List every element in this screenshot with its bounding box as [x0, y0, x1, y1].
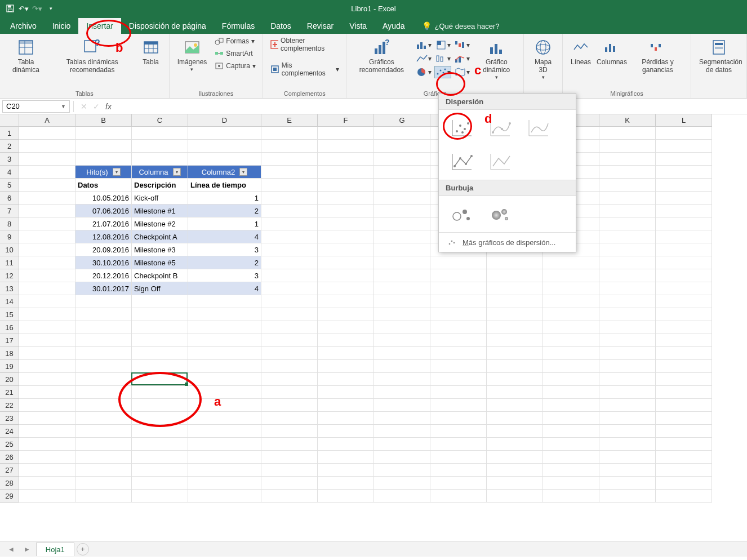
add-sheet-button[interactable]: +	[77, 543, 89, 555]
cell[interactable]	[656, 321, 712, 334]
cell[interactable]	[599, 412, 656, 425]
cell[interactable]	[318, 386, 374, 399]
capture-button[interactable]: Captura ▾	[214, 61, 257, 71]
cell[interactable]: 30.10.2016	[75, 256, 132, 269]
cell[interactable]	[19, 308, 75, 321]
cell[interactable]	[261, 269, 318, 282]
shapes-button[interactable]: Formas ▾	[214, 36, 256, 46]
cell[interactable]	[261, 192, 318, 205]
row-header[interactable]: 21	[0, 386, 19, 399]
tab-inicio[interactable]: Inicio	[45, 18, 79, 34]
cell[interactable]	[374, 295, 430, 308]
cell[interactable]	[599, 347, 656, 360]
cell[interactable]	[318, 412, 374, 425]
tab-revisar[interactable]: Revisar	[299, 18, 341, 34]
tab-archivo[interactable]: Archivo	[2, 18, 45, 34]
cell[interactable]	[543, 360, 599, 373]
cell[interactable]	[543, 347, 599, 360]
cell[interactable]	[318, 477, 374, 490]
cell[interactable]	[374, 179, 430, 192]
cell[interactable]	[261, 464, 318, 477]
cell[interactable]: 4	[188, 230, 261, 243]
cell[interactable]	[75, 295, 132, 308]
cell[interactable]	[261, 308, 318, 321]
cell[interactable]	[487, 360, 543, 373]
my-addins-button[interactable]: Mis complementos ▾	[269, 61, 340, 78]
cell[interactable]	[487, 295, 543, 308]
cell[interactable]	[318, 282, 374, 295]
cell[interactable]	[599, 438, 656, 451]
row-header[interactable]: 29	[0, 490, 19, 503]
cell[interactable]	[599, 360, 656, 373]
cell[interactable]: Milestone #2	[132, 217, 188, 230]
cell[interactable]	[318, 308, 374, 321]
tab-disposicion[interactable]: Disposición de página	[121, 18, 214, 34]
sparkline-line-button[interactable]: Líneas	[568, 36, 593, 75]
slicer-button[interactable]: Segmentación de datos	[697, 36, 741, 75]
cell[interactable]	[75, 334, 132, 347]
cell[interactable]: Datos	[75, 179, 132, 192]
cell[interactable]	[261, 438, 318, 451]
cell[interactable]	[430, 399, 487, 412]
cell[interactable]	[599, 451, 656, 464]
cell[interactable]	[19, 205, 75, 217]
cell[interactable]	[656, 230, 712, 243]
cell[interactable]	[19, 425, 75, 438]
cell[interactable]	[374, 321, 430, 334]
cell[interactable]	[188, 360, 261, 373]
cell[interactable]	[487, 256, 543, 269]
stat-chart-icon[interactable]: ▾	[434, 52, 451, 65]
cell[interactable]	[487, 334, 543, 347]
cell[interactable]	[19, 438, 75, 451]
cell[interactable]	[487, 347, 543, 360]
cell[interactable]	[318, 192, 374, 205]
cell[interactable]	[430, 425, 487, 438]
sheet-tab-hoja1[interactable]: Hoja1	[36, 543, 74, 556]
cell[interactable]	[599, 373, 656, 386]
column-header[interactable]: A	[19, 114, 75, 127]
cell[interactable]	[656, 438, 712, 451]
cell[interactable]	[487, 373, 543, 386]
cell[interactable]	[75, 360, 132, 373]
cell[interactable]: 1	[188, 217, 261, 230]
cell[interactable]	[132, 360, 188, 373]
row-header[interactable]: 1	[0, 127, 19, 140]
cell[interactable]	[543, 464, 599, 477]
cell[interactable]	[132, 127, 188, 140]
row-header[interactable]: 9	[0, 230, 19, 243]
cell[interactable]	[188, 295, 261, 308]
cell[interactable]	[261, 230, 318, 243]
row-header[interactable]: 16	[0, 321, 19, 334]
cell[interactable]	[656, 153, 712, 166]
select-all-corner[interactable]	[0, 114, 19, 127]
cell[interactable]	[599, 140, 656, 153]
cell[interactable]	[430, 438, 487, 451]
cell[interactable]: Kick-off	[132, 192, 188, 205]
scatter-lines-option[interactable]	[486, 150, 513, 173]
cell[interactable]	[318, 166, 374, 179]
cell[interactable]: Milestone #1	[132, 205, 188, 217]
cell[interactable]	[599, 256, 656, 269]
cell[interactable]	[261, 373, 318, 386]
cell[interactable]	[19, 269, 75, 282]
smartart-button[interactable]: SmartArt	[214, 48, 254, 59]
cell[interactable]	[261, 321, 318, 334]
cell[interactable]	[261, 490, 318, 503]
cell[interactable]	[318, 464, 374, 477]
row-header[interactable]: 25	[0, 438, 19, 451]
cell[interactable]	[374, 373, 430, 386]
cell[interactable]	[430, 360, 487, 373]
cell[interactable]	[487, 477, 543, 490]
cell[interactable]	[318, 399, 374, 412]
cell[interactable]	[261, 282, 318, 295]
cell[interactable]	[599, 386, 656, 399]
cell[interactable]	[599, 321, 656, 334]
cell[interactable]	[599, 425, 656, 438]
cell[interactable]: Columna2▾	[188, 166, 261, 179]
tab-ayuda[interactable]: Ayuda	[375, 18, 412, 34]
cell[interactable]	[318, 451, 374, 464]
more-scatter-charts[interactable]: Más gráficos de dispersión...	[439, 232, 576, 252]
cell[interactable]	[656, 179, 712, 192]
recommended-charts-button[interactable]: ? Gráficos recomendados	[352, 36, 411, 81]
cell[interactable]	[543, 386, 599, 399]
